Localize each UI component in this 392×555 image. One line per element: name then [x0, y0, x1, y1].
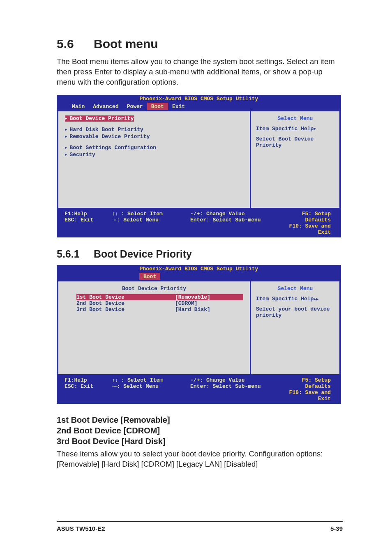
third-boot-value: [Hard Disk]: [175, 306, 210, 313]
first-boot-value: [Removable]: [175, 294, 210, 300]
bios-help-panel: Select Menu Item Specific Help▶ Select B…: [251, 111, 339, 208]
row-3rd-boot-device[interactable]: 3rd Boot Device [Hard Disk]: [76, 306, 243, 313]
submenu-icon: ▶: [65, 128, 67, 132]
bios-tab-bar: Main Advanced Power Boot Exit: [57, 103, 341, 110]
arrows-left-right-icon: [112, 383, 117, 389]
bios-screenshot-boot-priority: Phoenix-Award BIOS CMOS Setup Utility Bo…: [57, 265, 341, 404]
legend-f10-save: F10: Save and Exit: [285, 389, 331, 402]
help-text-line-1: Select Boot Device: [256, 136, 334, 142]
tab-boot[interactable]: Boot: [139, 273, 160, 280]
legend-select-item: : Select Item: [112, 377, 190, 383]
arrows-up-down-icon: [112, 211, 118, 217]
first-boot-label: 1st Boot Device: [76, 294, 175, 300]
menu-boot-device-priority[interactable]: ▶Boot Device Priority: [65, 115, 134, 122]
legend-f1-help: F1:Help: [65, 377, 112, 383]
legend-f10-save: F10: Save and Exit: [285, 223, 331, 235]
legend-f1-help: F1:Help: [65, 211, 112, 217]
select-menu-title: Select Menu: [256, 115, 334, 122]
legend-change-value: -/+: Change Value: [190, 211, 285, 217]
tab-advanced[interactable]: Advanced: [89, 103, 122, 110]
item-specific-help-label: Item Specific Help▶▶: [256, 296, 334, 302]
tab-main[interactable]: Main: [68, 103, 89, 110]
legend-select-item: : Select Item: [112, 211, 190, 217]
second-boot-value: [CDROM]: [175, 300, 198, 306]
legend-esc-exit: ESC: Exit: [65, 217, 112, 223]
bios-left-panel: ▶Boot Device Priority ▶Hard Disk Boot Pr…: [58, 111, 250, 208]
bios-utility-title: Phoenix-Award BIOS CMOS Setup Utility: [57, 95, 341, 103]
menu-removable-device-priority[interactable]: ▶Removable Device Priority: [65, 134, 243, 140]
help-text-line-2: priority: [256, 312, 334, 318]
tab-power[interactable]: Power: [123, 103, 147, 110]
item-specific-help-label: Item Specific Help▶: [256, 126, 334, 132]
bios-legend: F1:Help ESC: Exit : Select Item : Select…: [57, 375, 341, 403]
bios-left-panel: Boot Device Priority 1st Boot Device [Re…: [58, 281, 250, 374]
arrows-up-down-icon: [112, 377, 118, 383]
arrows-left-right-icon: [112, 217, 117, 223]
device-heading-line-2: 2nd Boot Device [CDROM]: [57, 425, 343, 436]
page-footer: ASUS TW510-E2 5-39: [57, 521, 343, 532]
legend-enter-submenu: Enter: Select Sub-menu: [190, 383, 285, 389]
legend-f5-defaults: F5: Setup Defaults: [285, 211, 331, 223]
legend-change-value: -/+: Change Value: [190, 377, 285, 383]
help-text-line-2: Priority: [256, 142, 334, 148]
legend-enter-submenu: Enter: Select Sub-menu: [190, 217, 285, 223]
bios-utility-title: Phoenix-Award BIOS CMOS Setup Utility: [57, 265, 341, 273]
help-text-line-1: Select your boot device: [256, 306, 334, 312]
footer-page-number: 5-39: [330, 525, 343, 532]
subsection-title: Boot Device Priority: [94, 248, 192, 260]
panel-sub-title: Boot Device Priority: [65, 286, 243, 292]
device-heading-line-1: 1st Boot Device [Removable]: [57, 415, 343, 425]
select-menu-title: Select Menu: [256, 286, 334, 292]
tab-boot[interactable]: Boot: [147, 103, 168, 110]
subsection-number: 5.6.1: [57, 248, 94, 260]
page-heading: 5.6Boot menu: [57, 37, 343, 51]
tab-exit[interactable]: Exit: [168, 103, 189, 110]
bios-legend: F1:Help ESC: Exit : Select Item : Select…: [57, 209, 341, 237]
row-1st-boot-device[interactable]: 1st Boot Device [Removable]: [76, 294, 243, 300]
menu-security[interactable]: ▶Security: [65, 152, 243, 158]
legend-select-menu: : Select Menu: [112, 383, 190, 389]
intro-text: The Boot menu items allow you to change …: [57, 57, 343, 88]
menu-hard-disk-boot-priority[interactable]: ▶Hard Disk Boot Priority: [65, 127, 243, 133]
bios-help-panel: Select Menu Item Specific Help▶▶ Select …: [251, 281, 339, 374]
device-description: These items allow you to select your boo…: [57, 449, 343, 470]
third-boot-label: 3rd Boot Device: [76, 306, 175, 313]
footer-product: ASUS TW510-E2: [57, 525, 105, 532]
bios-screenshot-boot-menu: Phoenix-Award BIOS CMOS Setup Utility Ma…: [57, 95, 341, 237]
heading-title: Boot menu: [94, 37, 158, 51]
submenu-icon: ▶: [65, 117, 67, 121]
legend-select-menu: : Select Menu: [112, 217, 190, 223]
submenu-icon: ▶: [65, 153, 67, 157]
legend-esc-exit: ESC: Exit: [65, 383, 112, 389]
device-heading-line-3: 3rd Boot Device [Hard Disk]: [57, 436, 343, 447]
menu-boot-settings-configuration[interactable]: ▶Boot Settings Configuration: [65, 145, 243, 151]
heading-number: 5.6: [57, 37, 94, 51]
legend-f5-defaults: F5: Setup Defaults: [285, 377, 331, 389]
submenu-icon: ▶: [65, 135, 67, 139]
row-2nd-boot-device[interactable]: 2nd Boot Device [CDROM]: [76, 300, 243, 306]
second-boot-label: 2nd Boot Device: [76, 300, 175, 306]
bios-tab-bar: Boot: [57, 273, 341, 280]
subsection-heading: 5.6.1Boot Device Priority: [57, 248, 343, 260]
submenu-icon: ▶: [65, 146, 67, 150]
